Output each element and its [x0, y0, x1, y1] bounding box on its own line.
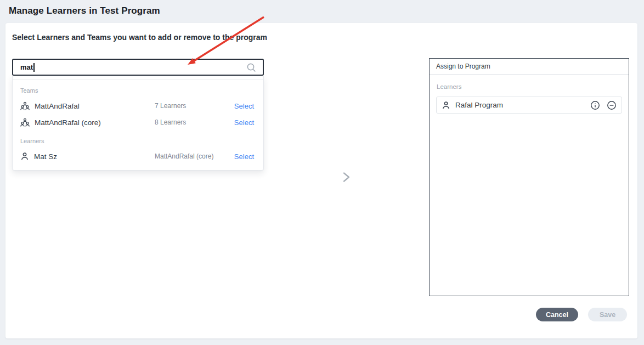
select-team-link[interactable]: Select: [234, 102, 254, 110]
assign-to-program-panel: Assign to Program Learners Rafal Program: [429, 58, 629, 296]
search-results-dropdown: Teams MattAndRafal: [12, 76, 264, 171]
section-label-learners: Learners: [13, 131, 263, 148]
team-name: MattAndRafal: [35, 102, 80, 110]
search-icon: [246, 63, 256, 72]
person-icon: [20, 152, 29, 161]
manage-learners-card: Select Learners and Teams you want to ad…: [5, 23, 637, 338]
search-input-value: mat: [20, 63, 33, 71]
team-result-row[interactable]: MattAndRafal (core) 8 Learners Select: [13, 114, 263, 131]
select-learner-link[interactable]: Select: [234, 152, 254, 161]
team-meta: 7 Learners: [155, 102, 234, 110]
cancel-button[interactable]: Cancel: [536, 308, 578, 321]
team-result-row[interactable]: MattAndRafal 7 Learners Select: [13, 98, 263, 114]
learner-meta: MattAndRafal (core): [155, 152, 234, 160]
search-input[interactable]: mat: [12, 59, 264, 76]
info-icon[interactable]: [590, 100, 600, 110]
save-button[interactable]: Save: [588, 308, 627, 321]
select-team-link[interactable]: Select: [234, 118, 254, 127]
team-name: MattAndRafal (core): [35, 118, 101, 127]
chevron-right-icon: [340, 171, 352, 183]
text-caret: [33, 63, 35, 72]
team-icon: [20, 101, 30, 110]
assign-panel-body: Learners Rafal Program: [430, 75, 629, 120]
card-subtitle: Select Learners and Teams you want to ad…: [12, 33, 267, 42]
page: Manage Learners in Test Program Select L…: [0, 0, 644, 345]
section-label-teams: Teams: [13, 80, 263, 98]
learner-result-row[interactable]: Mat Sz MattAndRafal (core) Select: [13, 148, 263, 165]
person-icon: [442, 101, 450, 110]
assigned-learner-name: Rafal Program: [455, 101, 584, 109]
team-icon: [20, 118, 30, 127]
assigned-learner-row: Rafal Program: [436, 97, 622, 114]
learner-name: Mat Sz: [34, 152, 57, 161]
assign-section-label: Learners: [437, 83, 622, 90]
page-title: Manage Learners in Test Program: [9, 5, 160, 16]
remove-icon[interactable]: [607, 100, 617, 110]
team-meta: 8 Learners: [155, 118, 234, 126]
assign-panel-title: Assign to Program: [430, 59, 629, 75]
